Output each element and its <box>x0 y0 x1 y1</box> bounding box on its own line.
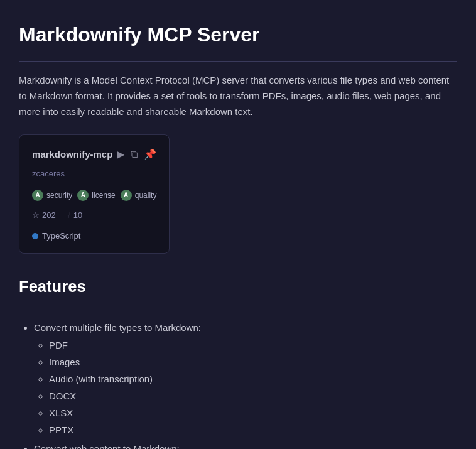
sub-item-label: PPTX <box>49 425 73 435</box>
features-title: Features <box>19 274 457 300</box>
badge-icon-quality: A <box>121 190 132 201</box>
badge-label-license: license <box>92 190 115 202</box>
list-item: Convert web content to Markdown: YouTube… <box>34 441 457 449</box>
fork-icon: ⑂ <box>66 209 71 222</box>
badge-label-security: security <box>46 190 72 202</box>
badge-license: A license <box>77 190 115 202</box>
sub-item-label: Audio (with transcription) <box>49 374 153 384</box>
repo-stats: ☆ 202 ⑂ 10 <box>32 209 156 222</box>
fork-count: 10 <box>73 209 82 222</box>
star-icon: ☆ <box>32 209 40 222</box>
pin-icon[interactable]: 📌 <box>144 146 156 163</box>
sub-item-label: DOCX <box>49 391 76 401</box>
list-item: XLSX <box>49 406 457 421</box>
badge-label-quality: quality <box>135 190 157 202</box>
list-item: Audio (with transcription) <box>49 372 457 387</box>
stat-stars: ☆ 202 <box>32 209 56 222</box>
badge-icon-license: A <box>77 190 89 201</box>
features-list: Convert multiple file types to Markdown:… <box>19 320 457 449</box>
title-divider <box>19 61 457 62</box>
list-item: PDF <box>49 338 457 353</box>
repo-icons: ▶ ⧉ 📌 <box>117 146 156 163</box>
badges-container: A security A license A quality <box>32 190 156 202</box>
sub-list: PDF Images Audio (with transcription) DO… <box>34 338 457 438</box>
list-item: Images <box>49 355 457 370</box>
list-item: PPTX <box>49 423 457 438</box>
lang-dot <box>32 233 38 239</box>
copy-icon[interactable]: ⧉ <box>131 146 138 163</box>
repo-name: markdownify-mcp <box>32 147 112 162</box>
badge-quality: A quality <box>121 190 157 202</box>
repo-author: zcaceres <box>32 168 156 181</box>
repo-card-header: markdownify-mcp ▶ ⧉ 📌 <box>32 146 156 163</box>
badge-icon-security: A <box>32 190 43 201</box>
stat-forks: ⑂ 10 <box>66 209 82 222</box>
star-count: 202 <box>42 209 56 222</box>
page-container: Markdownify MCP Server Markdownify is a … <box>19 19 457 449</box>
repo-card: markdownify-mcp ▶ ⧉ 📌 zcaceres A securit… <box>19 134 170 253</box>
page-title: Markdownify MCP Server <box>19 19 457 51</box>
features-divider <box>19 310 457 310</box>
sub-item-label: XLSX <box>49 408 73 418</box>
sub-item-label: PDF <box>49 340 68 350</box>
sub-item-label: Images <box>49 357 80 367</box>
language-indicator: TypeScript <box>32 230 156 243</box>
page-description: Markdownify is a Model Context Protocol … <box>19 73 457 119</box>
badge-security: A security <box>32 190 72 202</box>
circle-arrow-icon[interactable]: ▶ <box>117 146 124 163</box>
list-item-label: Convert web content to Markdown: <box>34 443 180 449</box>
list-item: Convert multiple file types to Markdown:… <box>34 320 457 438</box>
list-item: DOCX <box>49 389 457 404</box>
language-label: TypeScript <box>42 230 80 243</box>
list-item-label: Convert multiple file types to Markdown: <box>34 322 201 333</box>
